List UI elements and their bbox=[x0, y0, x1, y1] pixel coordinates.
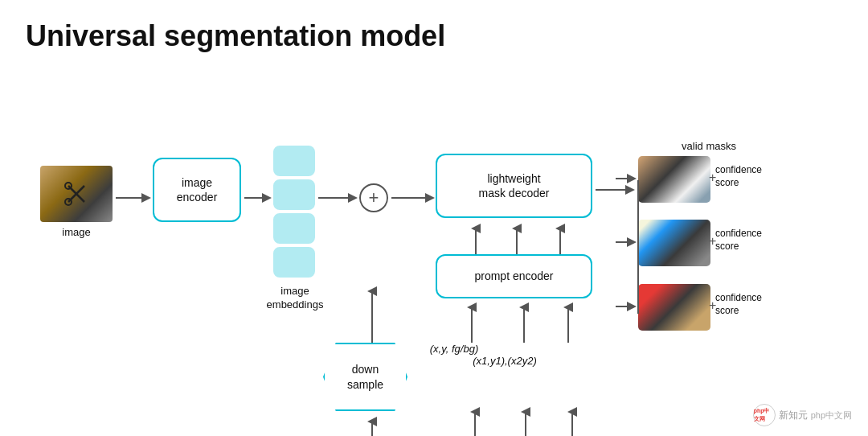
arrow-prompt-decoder-1 bbox=[468, 224, 484, 257]
arrow-points-bottom bbox=[467, 407, 483, 436]
arrow-text-encoder bbox=[560, 302, 576, 347]
box-coords-label: (x1,y1),(x2y2) bbox=[473, 355, 537, 368]
plus-icon-1: + bbox=[709, 171, 716, 185]
down-sample-box: down sample bbox=[323, 343, 407, 411]
valid-masks-label: valid masks bbox=[669, 140, 749, 154]
embedding-box-3 bbox=[273, 213, 315, 244]
arrow-box-encoder bbox=[516, 302, 532, 347]
arrow-box-bottom bbox=[518, 407, 534, 436]
embedding-box-4 bbox=[273, 247, 315, 278]
diagram: image image encoder image embeddings bbox=[26, 69, 842, 423]
arrow-image-encoder bbox=[114, 190, 154, 206]
watermark: php中文网 新知元 php中文网 bbox=[753, 404, 852, 426]
confidence-label-2: confidence score bbox=[715, 228, 762, 253]
arrow-prompt-decoder-3 bbox=[552, 224, 568, 257]
image-label: image bbox=[40, 226, 113, 240]
confidence-label-3: confidence score bbox=[715, 292, 762, 317]
output-image-2: confidence score + bbox=[638, 220, 710, 266]
arrow-downsample-plus bbox=[364, 286, 380, 346]
arrow-plus-decoder bbox=[390, 190, 438, 206]
embedding-box-2 bbox=[273, 179, 315, 210]
image-embeddings-label: image embeddings bbox=[263, 285, 327, 312]
arrow-embeddings-plus bbox=[317, 190, 361, 206]
output-image-1: confidence score + bbox=[638, 156, 710, 203]
input-image bbox=[40, 166, 113, 222]
vertical-output-line bbox=[634, 156, 642, 333]
arrow-mask-downsample bbox=[364, 417, 380, 436]
scissors-icon bbox=[60, 178, 92, 210]
circle-plus: + bbox=[359, 183, 388, 212]
confidence-label-1: confidence score bbox=[715, 164, 762, 189]
arrow-text-bottom bbox=[564, 407, 580, 436]
page-title: Universal segmentation model bbox=[26, 19, 842, 53]
plus-icon-2: + bbox=[709, 234, 716, 249]
mask-decoder-box: lightweight mask decoder bbox=[436, 154, 592, 218]
page-container: Universal segmentation model image image… bbox=[0, 0, 868, 436]
arrow-points-encoder bbox=[464, 302, 480, 347]
arrow-prompt-decoder-2 bbox=[509, 224, 525, 257]
image-encoder-box: image encoder bbox=[153, 158, 241, 222]
embedding-box-1 bbox=[273, 146, 315, 176]
output-image-3: confidence score + bbox=[638, 284, 710, 331]
arrow-encoder-embeddings bbox=[243, 190, 275, 206]
watermark-circle: php中文网 bbox=[753, 404, 776, 426]
plus-icon-3: + bbox=[709, 298, 716, 313]
prompt-encoder-box: prompt encoder bbox=[436, 254, 592, 298]
